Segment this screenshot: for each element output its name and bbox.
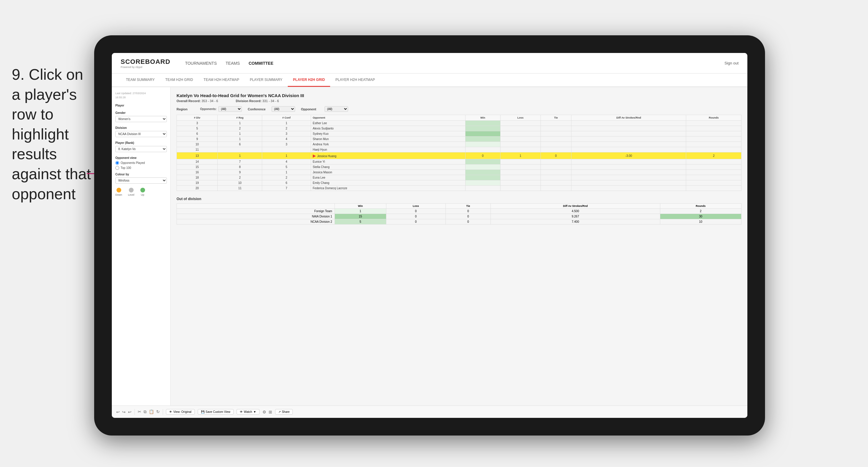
cell-div: 15: [177, 164, 218, 170]
cell-win: [465, 147, 500, 152]
tab-player-summary[interactable]: PLAYER SUMMARY: [245, 73, 288, 87]
table-row[interactable]: 20 11 7 Federica Domecq Lacroze: [177, 186, 742, 191]
view-original-button[interactable]: 👁 View: Original: [166, 409, 195, 415]
opponents-label: Opponents:: [200, 107, 217, 111]
cell-conf: 3: [262, 142, 311, 147]
save-custom-view-button[interactable]: 💾 Save Custom View: [198, 409, 234, 415]
opponents-select[interactable]: (All): [218, 106, 242, 112]
cell-team: NAIA Division 1: [177, 214, 335, 219]
division-record-value: 331 - 34 - 6: [262, 99, 279, 103]
col-loss: Loss: [386, 204, 445, 209]
colour-by-label: Colour by: [115, 173, 167, 176]
cell-loss: [500, 131, 540, 136]
redo-icon[interactable]: ↪: [122, 410, 126, 414]
col-opponent: Opponent: [311, 115, 465, 121]
table-row[interactable]: 3 1 1 Esther Lee: [177, 121, 742, 126]
forward-icon[interactable]: ↩: [128, 410, 131, 414]
cell-div: 10: [177, 142, 218, 147]
conference-select[interactable]: (All): [272, 106, 295, 112]
cell-loss: [500, 175, 540, 180]
cell-reg: 9: [218, 170, 262, 175]
cell-diff: [571, 186, 686, 191]
cell-rounds: [686, 121, 742, 126]
copy-icon[interactable]: ⧉: [144, 409, 147, 414]
record-row: Overall Record: 353 - 34 - 6 Division Re…: [177, 99, 742, 103]
cell-team: NCAA Division 2: [177, 219, 335, 224]
cell-reg: 1: [218, 136, 262, 142]
opponent-select[interactable]: (All): [324, 106, 348, 112]
cell-opponent: Esther Lee: [311, 121, 465, 126]
cell-div: 18: [177, 175, 218, 180]
table-row[interactable]: 5 2 2 Alexis Sudjianto: [177, 126, 742, 131]
cut-icon[interactable]: ✂: [138, 409, 141, 414]
table-row[interactable]: 9 1 4 Sharon Mun: [177, 136, 742, 142]
opponents-filter-group: Opponents: (All): [200, 106, 242, 112]
cell-div: 11: [177, 147, 218, 152]
sign-out[interactable]: Sign out: [724, 61, 739, 65]
division-select[interactable]: NCAA Division III: [115, 131, 167, 137]
table-row[interactable]: 14 7 4 Eunice Yi: [177, 159, 742, 164]
radio-top100[interactable]: Top 100: [115, 166, 167, 170]
player-rank-select[interactable]: 8. Katelyn Vo: [115, 146, 167, 152]
undo-icon[interactable]: ↩: [116, 410, 120, 414]
grid-table-header: # Div # Reg # Conf Opponent Win Loss Tie…: [177, 115, 742, 121]
cell-opponent: Jessica Mason: [311, 170, 465, 175]
radio-opponents-played[interactable]: Opponents Played: [115, 161, 167, 165]
table-row[interactable]: 11 Haeji Hyun: [177, 147, 742, 152]
cell-diff: [571, 142, 686, 147]
gender-select[interactable]: Women's: [115, 116, 167, 122]
table-row[interactable]: 19 10 6 Emily Chang: [177, 180, 742, 186]
colour-by-select[interactable]: Win/loss: [115, 178, 167, 184]
col-win: Win: [465, 115, 500, 121]
annotation-text: 9. Click on a player's row to highlight …: [12, 65, 94, 204]
refresh-icon[interactable]: ↻: [156, 409, 160, 414]
tab-player-h2h-grid[interactable]: PLAYER H2H GRID: [288, 73, 330, 87]
table-row[interactable]: 15 8 5 Stella Chang: [177, 164, 742, 170]
division-label: Division: [115, 126, 167, 129]
player-rank-label: Player (Rank): [115, 141, 167, 145]
cell-div: 5: [177, 126, 218, 131]
share-button[interactable]: ↗ Share: [275, 409, 293, 415]
cell-conf: 4: [262, 159, 311, 164]
tab-player-h2h-heatmap[interactable]: PLAYER H2H HEATMAP: [330, 73, 380, 87]
nav-committee[interactable]: COMMITTEE: [249, 59, 273, 67]
table-row-highlighted[interactable]: 13 1 1 ▶Jessica Huang 0 1 0 -3.00 2: [177, 152, 742, 159]
table-row[interactable]: 6 1 3 Sydney Kuo: [177, 131, 742, 136]
settings-icon[interactable]: ⚙: [262, 410, 266, 414]
out-division-row[interactable]: Foreign Team 1 0 0 4.500 2: [177, 209, 742, 214]
cell-diff: 7.400: [491, 219, 660, 224]
filters-row: Region Opponents: (All) Conference (All)…: [177, 106, 742, 112]
toolbar-divider-2: [163, 409, 163, 415]
col-conf: # Conf: [262, 115, 311, 121]
cell-win: [465, 186, 500, 191]
tab-team-summary[interactable]: TEAM SUMMARY: [121, 73, 160, 87]
table-row[interactable]: 16 9 1 Jessica Mason: [177, 170, 742, 175]
opponent-section-label: Opponent: [301, 107, 319, 111]
grid-icon[interactable]: ⊞: [269, 410, 272, 414]
watch-button[interactable]: 👁 Watch ▼: [237, 409, 259, 415]
tab-team-h2h-grid[interactable]: TEAM H2H GRID: [160, 73, 198, 87]
cell-rounds: [686, 136, 742, 142]
cell-div: 14: [177, 159, 218, 164]
out-division-row[interactable]: NCAA Division 2 5 0 0 7.400 10: [177, 219, 742, 224]
logo-text: SCOREBOARD: [121, 58, 170, 66]
cell-rounds: [686, 159, 742, 164]
cell-reg: 6: [218, 142, 262, 147]
nav-tournaments[interactable]: TOURNAMENTS: [185, 59, 217, 67]
cell-tie: [540, 175, 571, 180]
cell-diff: [571, 170, 686, 175]
table-row[interactable]: 18 2 2 Euna Lee: [177, 175, 742, 180]
paste-icon[interactable]: 📋: [149, 409, 154, 414]
tab-team-h2h-heatmap[interactable]: TEAM H2H HEATMAP: [198, 73, 245, 87]
out-division-row[interactable]: NAIA Division 1 15 0 0 9.267 30: [177, 214, 742, 219]
col-div: # Div: [177, 115, 218, 121]
toolbar-misc-icons: ⚙ ⊞: [262, 410, 272, 414]
colour-level: Level: [128, 188, 134, 196]
cell-tie: [540, 180, 571, 186]
table-row[interactable]: 10 6 3 Andrea York: [177, 142, 742, 147]
nav-teams[interactable]: TEAMS: [226, 59, 240, 67]
cell-diff: -3.00: [571, 152, 686, 159]
left-panel: Last Updated: 27/03/2024 16:55:28 Player…: [112, 87, 170, 405]
sub-navigation: TEAM SUMMARY TEAM H2H GRID TEAM H2H HEAT…: [112, 73, 747, 87]
cell-loss: 0: [386, 219, 445, 224]
